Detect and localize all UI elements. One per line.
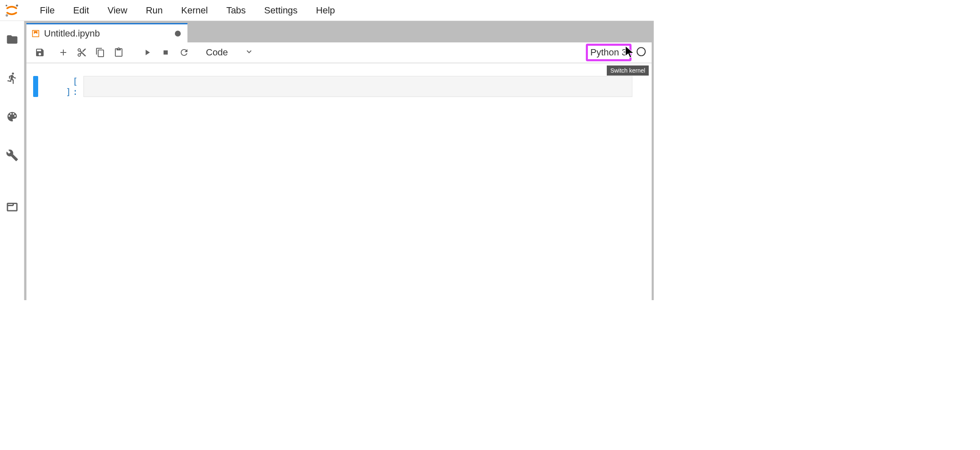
commands-icon[interactable]	[5, 110, 19, 123]
copy-button[interactable]	[92, 44, 109, 61]
cell-marker	[33, 76, 38, 97]
run-button[interactable]	[139, 44, 156, 61]
menu-bar: File Edit View Run Kernel Tabs Settings …	[0, 0, 654, 21]
code-cell[interactable]: [ ]:	[33, 76, 645, 97]
cell-input[interactable]	[83, 76, 632, 97]
menu-help[interactable]: Help	[307, 0, 344, 21]
save-button[interactable]	[31, 44, 48, 61]
main-area: Untitled.ipynb	[24, 21, 654, 300]
svg-point-2	[5, 14, 8, 16]
menu-view[interactable]: View	[98, 0, 136, 21]
left-sidebar	[0, 21, 24, 300]
kernel-tooltip: Switch kernel	[607, 65, 648, 76]
unsaved-dot-icon	[175, 31, 181, 37]
cell-type-label: Code	[206, 47, 228, 58]
cell-area: [ ]:	[26, 63, 652, 300]
kernel-name-button[interactable]: Python 3	[586, 44, 632, 61]
stop-button[interactable]	[157, 44, 174, 61]
notebook-toolbar: Code Python 3	[26, 42, 652, 63]
notebook-tab[interactable]: Untitled.ipynb	[26, 23, 187, 42]
chevron-down-icon	[245, 47, 253, 58]
notebook-panel: Code Python 3	[26, 42, 652, 300]
kernel-status-icon	[633, 46, 647, 59]
menu-file[interactable]: File	[31, 0, 64, 21]
menu-edit[interactable]: Edit	[64, 0, 98, 21]
folder-icon[interactable]	[5, 33, 19, 46]
menu-tabs[interactable]: Tabs	[217, 0, 255, 21]
running-icon[interactable]	[5, 71, 19, 85]
svg-rect-3	[7, 204, 17, 211]
cell-type-select[interactable]: Code	[202, 45, 257, 60]
svg-point-8	[637, 47, 645, 56]
wrench-icon[interactable]	[5, 149, 19, 162]
jupyter-logo	[3, 2, 20, 19]
notebook-icon	[31, 29, 40, 38]
svg-point-1	[16, 4, 18, 6]
paste-button[interactable]	[110, 44, 127, 61]
cut-button[interactable]	[73, 44, 90, 61]
tab-label: Untitled.ipynb	[44, 28, 171, 39]
menu-settings[interactable]: Settings	[255, 0, 307, 21]
add-cell-button[interactable]	[55, 44, 72, 61]
menu-run[interactable]: Run	[137, 0, 172, 21]
svg-point-0	[5, 5, 7, 6]
restart-button[interactable]	[176, 44, 192, 61]
tabs-icon[interactable]	[5, 200, 19, 213]
svg-rect-7	[164, 50, 168, 55]
menu-kernel[interactable]: Kernel	[172, 0, 217, 21]
cell-prompt: [ ]:	[54, 76, 83, 97]
